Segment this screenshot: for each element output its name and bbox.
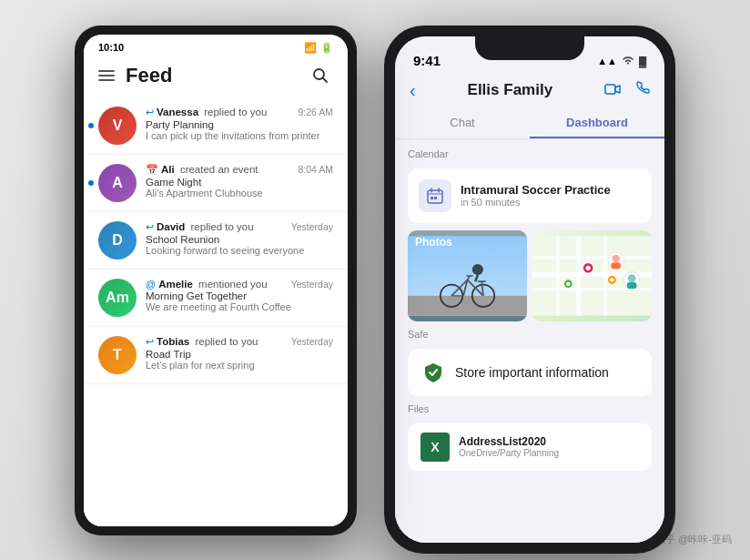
media-row: Photos bbox=[408, 230, 652, 321]
calendar-icon-small: 📅 bbox=[146, 164, 158, 176]
feed-item-content-david: ↩ David replied to you Yesterday School … bbox=[146, 221, 333, 256]
feed-item-amelie[interactable]: Am @ Amelie mentioned you Yesterday Morn… bbox=[84, 270, 348, 327]
svg-rect-25 bbox=[532, 256, 652, 259]
safe-card-inner: Store important information bbox=[408, 349, 652, 396]
cellular-icon: ▲▲ bbox=[597, 56, 617, 66]
dashboard-content: Calendar bbox=[395, 139, 664, 543]
feed-header: Feed bbox=[84, 57, 348, 97]
feed-item-action-tobias: ↩ Tobias replied to you bbox=[146, 336, 258, 348]
feed-item-content-tobias: ↩ Tobias replied to you Yesterday Road T… bbox=[146, 336, 333, 371]
svg-rect-10 bbox=[408, 295, 527, 315]
feed-preview-amelie: We are meeting at Fourth Coffee bbox=[146, 301, 333, 312]
safe-section-label: Safe bbox=[408, 329, 652, 340]
tab-chat[interactable]: Chat bbox=[395, 108, 530, 138]
feed-preview-ali: Ali's Apartment Clubhouse bbox=[146, 188, 333, 199]
calendar-icon bbox=[419, 179, 451, 212]
feed-preview-david: Looking forward to seeing everyone bbox=[146, 245, 333, 256]
feed-item-action-david: ↩ David replied to you bbox=[146, 221, 254, 233]
video-call-icon[interactable] bbox=[604, 81, 621, 100]
iphone-time: 9:41 bbox=[413, 53, 441, 68]
back-button[interactable]: ‹ bbox=[410, 80, 416, 101]
map-bg bbox=[532, 230, 652, 321]
feed-item-header-tobias: ↩ Tobias replied to you Yesterday bbox=[146, 336, 333, 348]
tab-dashboard[interactable]: Dashboard bbox=[530, 108, 664, 138]
svg-line-1 bbox=[323, 77, 328, 82]
feed-item-header-amelie: @ Amelie mentioned you Yesterday bbox=[146, 279, 333, 290]
svg-rect-7 bbox=[431, 197, 433, 199]
feed-item-header-ali: 📅 Ali created an event 8:04 AM bbox=[146, 164, 333, 176]
files-card[interactable]: X AddressList2020 OneDrive/Party Plannin… bbox=[408, 423, 652, 471]
reply-icon-david: ↩ bbox=[146, 221, 154, 233]
feed-group-david: School Reunion bbox=[146, 234, 333, 245]
shield-icon bbox=[421, 360, 446, 385]
feed-item-content-ali: 📅 Ali created an event 8:04 AM Game Nigh… bbox=[146, 164, 333, 199]
phone-call-icon[interactable] bbox=[635, 81, 650, 100]
phone-android: 10:10 📶 🔋 Feed bbox=[75, 25, 357, 535]
svg-point-35 bbox=[566, 281, 570, 285]
signal-icon: 📶 bbox=[304, 42, 317, 54]
reply-icon-tobias: ↩ bbox=[146, 336, 154, 348]
reply-icon: ↩ bbox=[146, 107, 154, 118]
iphone-notch bbox=[475, 36, 584, 60]
feed-item-header-vanessa: ↩ Vanessa replied to you 9:26 AM bbox=[146, 107, 333, 118]
event-name: Intramural Soccer Practice bbox=[461, 183, 611, 197]
svg-rect-8 bbox=[434, 197, 437, 199]
feed-group-vanessa: Party Planning bbox=[146, 119, 333, 130]
feed-time-amelie: Yesterday bbox=[291, 279, 333, 290]
avatar-tobias: T bbox=[98, 336, 137, 374]
feed-item-david[interactable]: D ↩ David replied to you Yesterday Schoo… bbox=[84, 212, 348, 270]
android-time: 10:10 bbox=[98, 42, 124, 53]
android-status-bar: 10:10 📶 🔋 bbox=[84, 35, 348, 57]
svg-rect-29 bbox=[604, 236, 607, 315]
feed-actor-tobias: Tobias bbox=[157, 336, 189, 347]
feed-list: V ↩ Vanessa replied to you 9:26 AM Party… bbox=[84, 97, 348, 526]
svg-rect-2 bbox=[605, 85, 615, 94]
svg-rect-41 bbox=[627, 281, 636, 288]
feed-actor-amelie: Amelie bbox=[158, 279, 193, 290]
android-screen: 10:10 📶 🔋 Feed bbox=[84, 35, 348, 526]
svg-rect-38 bbox=[611, 262, 620, 269]
feed-item-tobias[interactable]: T ↩ Tobias replied to you Yesterday Road… bbox=[84, 327, 348, 384]
group-name: Ellis Family bbox=[468, 81, 553, 99]
files-section-label: Files bbox=[408, 403, 652, 414]
feed-item-action-ali: 📅 Ali created an event bbox=[146, 164, 258, 176]
svg-point-37 bbox=[612, 254, 620, 262]
feed-header-left: Feed bbox=[98, 64, 172, 87]
feed-item-content-vanessa: ↩ Vanessa replied to you 9:26 AM Party P… bbox=[146, 107, 333, 141]
wifi-icon bbox=[622, 56, 634, 66]
iphone-screen: 9:41 ▲▲ ▓ ‹ Ellis Family bbox=[395, 36, 664, 543]
svg-point-21 bbox=[472, 263, 483, 274]
feed-preview-vanessa: I can pick up the invitations from print… bbox=[146, 130, 333, 141]
iphone-header: ‹ Ellis Family bbox=[395, 76, 664, 108]
svg-point-31 bbox=[586, 265, 591, 270]
avatar-vanessa: V bbox=[98, 107, 137, 145]
feed-item-vanessa[interactable]: V ↩ Vanessa replied to you 9:26 AM Party… bbox=[84, 97, 348, 155]
excel-icon: X bbox=[421, 433, 450, 462]
calendar-card[interactable]: Intramural Soccer Practice in 50 minutes bbox=[408, 168, 652, 223]
unread-dot bbox=[88, 123, 94, 128]
svg-rect-28 bbox=[556, 236, 559, 315]
android-signal: 📶 🔋 bbox=[304, 42, 333, 54]
calendar-section-label: Calendar bbox=[408, 148, 652, 159]
event-time: in 50 minutes bbox=[461, 197, 611, 208]
feed-time-tobias: Yesterday bbox=[291, 336, 333, 347]
feed-actor-david: David bbox=[157, 221, 185, 232]
photo-tile[interactable]: Photos bbox=[408, 230, 527, 321]
avatar-ali: A bbox=[98, 164, 137, 202]
header-actions bbox=[604, 81, 650, 100]
safe-card[interactable]: Store important information bbox=[408, 349, 652, 396]
safe-label: Store important information bbox=[455, 365, 609, 380]
search-button[interactable] bbox=[308, 63, 333, 88]
battery-icon: 🔋 bbox=[320, 42, 333, 54]
feed-time-david: Yesterday bbox=[291, 221, 333, 232]
feed-item-content-amelie: @ Amelie mentioned you Yesterday Morning… bbox=[146, 279, 333, 312]
file-path: OneDrive/Party Planning bbox=[459, 448, 559, 458]
map-tile[interactable] bbox=[532, 230, 652, 321]
avatar-amelie: Am bbox=[98, 279, 137, 317]
feed-actor-vanessa: Vanessa bbox=[157, 107, 198, 117]
file-name: AddressList2020 bbox=[459, 435, 559, 448]
feed-preview-tobias: Let's plan for next spring bbox=[146, 360, 333, 371]
feed-item-ali[interactable]: A 📅 Ali created an event 8:04 AM Game Ni… bbox=[84, 155, 348, 212]
hamburger-menu-icon[interactable] bbox=[98, 70, 115, 81]
scene: 10:10 📶 🔋 Feed bbox=[0, 0, 750, 560]
